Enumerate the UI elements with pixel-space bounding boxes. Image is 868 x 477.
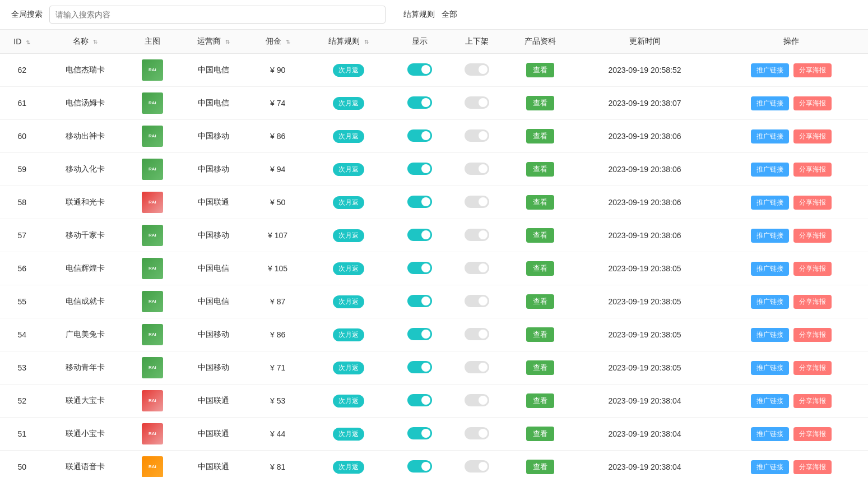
view-button[interactable]: 查看 xyxy=(526,162,554,177)
view-button[interactable]: 查看 xyxy=(526,63,554,77)
cell-status[interactable] xyxy=(448,351,506,385)
status-toggle[interactable] xyxy=(465,394,489,406)
cell-display[interactable] xyxy=(391,54,448,87)
share-button[interactable]: 分享海报 xyxy=(793,394,832,408)
view-button[interactable]: 查看 xyxy=(526,261,554,276)
promote-button[interactable]: 推广链接 xyxy=(751,394,789,408)
share-button[interactable]: 分享海报 xyxy=(793,96,832,110)
promote-button[interactable]: 推广链接 xyxy=(751,63,789,77)
share-button[interactable]: 分享海报 xyxy=(793,163,832,177)
display-toggle[interactable] xyxy=(407,63,432,76)
cell-display[interactable] xyxy=(391,252,448,285)
view-button[interactable]: 查看 xyxy=(526,327,554,342)
status-toggle[interactable] xyxy=(465,361,489,373)
status-toggle[interactable] xyxy=(465,63,489,76)
cell-material[interactable]: 查看 xyxy=(505,285,574,318)
cell-status[interactable] xyxy=(448,186,506,219)
status-toggle[interactable] xyxy=(465,295,489,307)
search-input[interactable] xyxy=(49,6,386,24)
status-toggle[interactable] xyxy=(465,229,489,241)
display-toggle[interactable] xyxy=(407,96,432,109)
view-button[interactable]: 查看 xyxy=(526,228,554,243)
cell-display[interactable] xyxy=(391,219,448,252)
status-toggle[interactable] xyxy=(465,129,489,142)
cell-display[interactable] xyxy=(391,285,448,318)
cell-material[interactable]: 查看 xyxy=(505,153,574,186)
cell-status[interactable] xyxy=(448,87,506,120)
share-button[interactable]: 分享海报 xyxy=(793,129,832,143)
status-toggle[interactable] xyxy=(465,262,489,274)
cell-status[interactable] xyxy=(448,285,506,318)
cell-material[interactable]: 查看 xyxy=(505,54,574,87)
promote-button[interactable]: 推广链接 xyxy=(751,229,789,243)
cell-status[interactable] xyxy=(448,385,506,418)
cell-material[interactable]: 查看 xyxy=(505,186,574,219)
display-toggle[interactable] xyxy=(407,163,432,175)
display-toggle[interactable] xyxy=(407,295,432,307)
promote-button[interactable]: 推广链接 xyxy=(751,427,789,441)
cell-material[interactable]: 查看 xyxy=(505,385,574,418)
status-toggle[interactable] xyxy=(465,460,489,473)
cell-display[interactable] xyxy=(391,351,448,385)
display-toggle[interactable] xyxy=(407,229,432,241)
cell-status[interactable] xyxy=(448,451,506,478)
sort-icon-name[interactable]: ⇅ xyxy=(93,39,98,45)
view-button[interactable]: 查看 xyxy=(526,129,554,143)
share-button[interactable]: 分享海报 xyxy=(793,295,832,309)
promote-button[interactable]: 推广链接 xyxy=(751,262,789,276)
status-toggle[interactable] xyxy=(465,196,489,208)
share-button[interactable]: 分享海报 xyxy=(793,229,832,243)
cell-display[interactable] xyxy=(391,451,448,478)
sort-icon-commission[interactable]: ⇅ xyxy=(286,39,290,45)
status-toggle[interactable] xyxy=(465,328,489,340)
cell-display[interactable] xyxy=(391,418,448,451)
sort-icon-settlement[interactable]: ⇅ xyxy=(364,39,369,45)
view-button[interactable]: 查看 xyxy=(526,460,554,474)
share-button[interactable]: 分享海报 xyxy=(793,63,832,77)
cell-material[interactable]: 查看 xyxy=(505,252,574,285)
share-button[interactable]: 分享海报 xyxy=(793,427,832,441)
cell-material[interactable]: 查看 xyxy=(505,451,574,478)
view-button[interactable]: 查看 xyxy=(526,360,554,375)
share-button[interactable]: 分享海报 xyxy=(793,328,832,342)
display-toggle[interactable] xyxy=(407,361,432,373)
display-toggle[interactable] xyxy=(407,129,432,142)
promote-button[interactable]: 推广链接 xyxy=(751,295,789,309)
cell-status[interactable] xyxy=(448,252,506,285)
cell-status[interactable] xyxy=(448,318,506,351)
cell-display[interactable] xyxy=(391,87,448,120)
share-button[interactable]: 分享海报 xyxy=(793,460,832,474)
cell-material[interactable]: 查看 xyxy=(505,219,574,252)
status-toggle[interactable] xyxy=(465,427,489,439)
cell-status[interactable] xyxy=(448,219,506,252)
promote-button[interactable]: 推广链接 xyxy=(751,460,789,474)
cell-status[interactable] xyxy=(448,54,506,87)
cell-display[interactable] xyxy=(391,318,448,351)
view-button[interactable]: 查看 xyxy=(526,427,554,441)
cell-status[interactable] xyxy=(448,120,506,153)
promote-button[interactable]: 推广链接 xyxy=(751,196,789,210)
sort-icon-id[interactable]: ⇅ xyxy=(26,39,30,45)
share-button[interactable]: 分享海报 xyxy=(793,361,832,375)
promote-button[interactable]: 推广链接 xyxy=(751,361,789,375)
promote-button[interactable]: 推广链接 xyxy=(751,328,789,342)
cell-material[interactable]: 查看 xyxy=(505,351,574,385)
view-button[interactable]: 查看 xyxy=(526,96,554,110)
sort-icon-operator[interactable]: ⇅ xyxy=(225,39,230,45)
cell-display[interactable] xyxy=(391,153,448,186)
display-toggle[interactable] xyxy=(407,427,432,439)
display-toggle[interactable] xyxy=(407,262,432,274)
promote-button[interactable]: 推广链接 xyxy=(751,129,789,143)
share-button[interactable]: 分享海报 xyxy=(793,196,832,210)
cell-material[interactable]: 查看 xyxy=(505,120,574,153)
display-toggle[interactable] xyxy=(407,394,432,406)
cell-status[interactable] xyxy=(448,418,506,451)
promote-button[interactable]: 推广链接 xyxy=(751,96,789,110)
display-toggle[interactable] xyxy=(407,196,432,208)
share-button[interactable]: 分享海报 xyxy=(793,262,832,276)
status-toggle[interactable] xyxy=(465,163,489,175)
view-button[interactable]: 查看 xyxy=(526,195,554,210)
promote-button[interactable]: 推广链接 xyxy=(751,163,789,177)
cell-display[interactable] xyxy=(391,385,448,418)
view-button[interactable]: 查看 xyxy=(526,393,554,408)
